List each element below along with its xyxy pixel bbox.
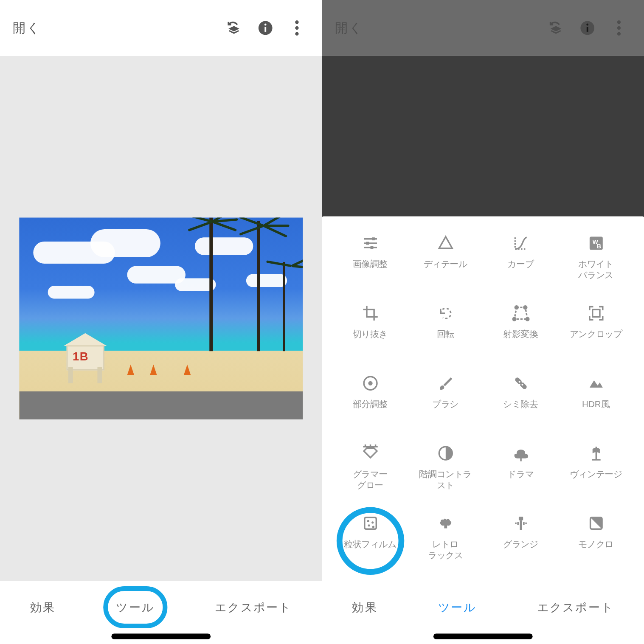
tool-grunge[interactable]: グランジ (483, 511, 558, 577)
svg-point-27 (518, 384, 520, 385)
svg-rect-1 (264, 27, 266, 32)
svg-point-19 (526, 318, 529, 321)
svg-point-26 (521, 384, 523, 385)
home-indicator (433, 633, 533, 639)
info-icon[interactable] (253, 16, 278, 40)
perspective-icon (511, 304, 531, 323)
bottom-tabs: 効果 ツール エクスポート (322, 581, 644, 634)
tool-grainy[interactable]: 粒状フィルム (332, 511, 408, 577)
lifeguard-hut: 1B (59, 333, 112, 383)
wb-icon: WB (586, 233, 606, 253)
drama-icon (511, 443, 531, 463)
bottom-tabs: 効果 ツール エクスポート (0, 581, 322, 634)
tool-details[interactable]: ディテール (408, 231, 483, 296)
tool-label: グラマーグロー (353, 469, 388, 491)
tool-vintage[interactable]: ヴィンテージ (558, 441, 633, 506)
tab-export[interactable]: エクスポート (528, 595, 623, 620)
svg-rect-11 (370, 246, 373, 249)
grunge-icon (511, 513, 531, 533)
tool-label: 画像調整 (353, 259, 388, 270)
svg-point-38 (367, 520, 369, 522)
tool-tonal[interactable]: 階調コントラスト (408, 441, 483, 506)
tool-label: ディテール (424, 259, 467, 270)
tab-effects[interactable]: 効果 (21, 595, 65, 620)
glamour-icon (360, 443, 380, 463)
svg-rect-37 (364, 517, 376, 529)
healing-icon (511, 373, 531, 393)
svg-point-40 (368, 524, 370, 526)
tool-drama[interactable]: ドラマ (483, 441, 558, 506)
tool-uncrop[interactable]: アンクロップ (558, 301, 633, 366)
tool-label: HDR風 (582, 399, 610, 410)
svg-rect-21 (592, 309, 599, 317)
tool-label: レトロラックス (428, 539, 463, 561)
tool-label: 回転 (437, 329, 454, 340)
curves-icon (511, 233, 531, 253)
tool-label: 粒状フィルム (344, 539, 397, 550)
screenshot-right: 開く 画像調整 ディテール (322, 0, 644, 644)
tool-curves[interactable]: カーブ (483, 231, 558, 296)
tool-label: 階調コントラスト (419, 469, 472, 491)
tool-label: ブラシ (432, 399, 458, 410)
kebab-menu-icon[interactable] (285, 16, 309, 40)
open-button[interactable]: 開く (13, 19, 41, 37)
tool-healing[interactable]: シミ除去 (483, 371, 558, 436)
tool-hdr[interactable]: HDR風 (558, 371, 633, 436)
svg-point-20 (512, 318, 515, 321)
tab-tools-label: ツール (116, 601, 155, 613)
crop-icon (360, 304, 380, 323)
details-icon (436, 233, 456, 253)
svg-rect-24 (514, 377, 528, 390)
svg-rect-9 (371, 237, 374, 240)
tool-tune[interactable]: 画像調整 (332, 231, 408, 296)
tool-label: ドラマ (507, 469, 534, 480)
tool-glamour[interactable]: グラマーグロー (332, 441, 408, 506)
tool-label: シミ除去 (503, 399, 538, 410)
tool-label: グランジ (503, 539, 538, 550)
retrolux-icon (436, 513, 456, 533)
tab-export[interactable]: エクスポート (205, 595, 301, 620)
tab-tools[interactable]: ツール (107, 595, 164, 620)
mono-icon (586, 513, 606, 533)
tool-brush[interactable]: ブラシ (408, 371, 483, 436)
tonal-icon (436, 443, 456, 463)
tool-selective[interactable]: 部分調整 (332, 371, 408, 436)
layers-undo-icon[interactable] (222, 16, 246, 40)
preview-photo: 1B (20, 217, 303, 420)
svg-point-17 (515, 306, 518, 309)
photo-canvas[interactable]: 1B (0, 56, 322, 581)
home-indicator (111, 633, 211, 639)
svg-rect-10 (366, 242, 369, 245)
svg-rect-42 (518, 517, 523, 520)
svg-rect-34 (520, 458, 521, 461)
rotate-icon (436, 304, 456, 323)
tool-label: 切り抜き (353, 329, 388, 340)
tool-label: カーブ (507, 259, 534, 270)
tab-tools[interactable]: ツール (429, 595, 486, 620)
topbar: 開く (0, 0, 322, 56)
svg-point-39 (371, 521, 373, 523)
selective-icon (360, 373, 380, 393)
grainy-icon (360, 513, 380, 533)
tune-icon (360, 233, 380, 253)
tab-effects[interactable]: 効果 (343, 595, 387, 620)
hdr-icon (586, 373, 606, 393)
svg-point-28 (521, 381, 523, 382)
svg-point-18 (523, 306, 526, 309)
photo-canvas-dimmed (322, 56, 644, 217)
tool-retrolux[interactable]: レトロラックス (408, 511, 483, 577)
svg-text:B: B (596, 243, 601, 250)
uncrop-icon (586, 304, 606, 323)
tool-mono[interactable]: モノクロ (558, 511, 633, 577)
tool-label: 部分調整 (353, 399, 388, 410)
svg-point-23 (368, 381, 372, 385)
tool-label: アンクロップ (570, 329, 622, 340)
svg-point-2 (264, 24, 267, 26)
tool-perspective[interactable]: 射影変換 (483, 301, 558, 366)
tool-whitebalance[interactable]: WB ホワイトバランス (558, 231, 633, 296)
dim-overlay (322, 0, 644, 56)
tool-crop[interactable]: 切り抜き (332, 301, 408, 366)
tool-rotate[interactable]: 回転 (408, 301, 483, 366)
vintage-icon (586, 443, 606, 463)
tool-label: モノクロ (578, 539, 613, 550)
